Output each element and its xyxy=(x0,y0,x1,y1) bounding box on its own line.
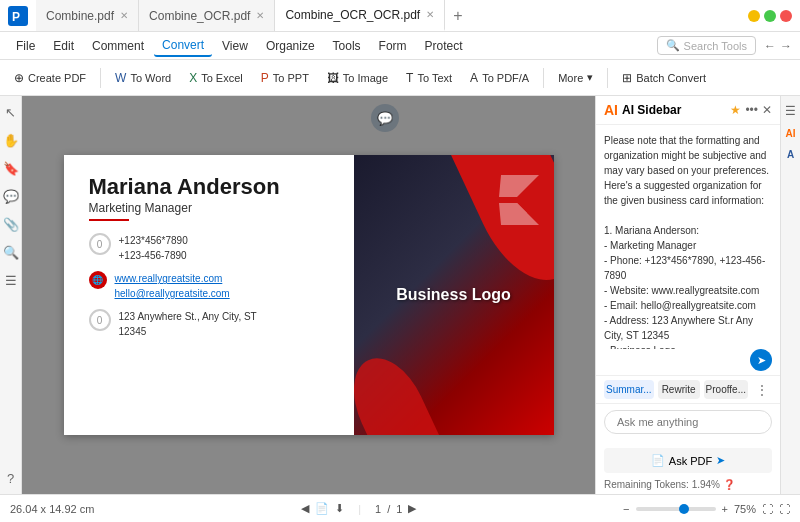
help-icon[interactable]: ❓ xyxy=(723,479,735,490)
to-excel-button[interactable]: X To Excel xyxy=(181,67,251,89)
menu-form[interactable]: Form xyxy=(371,36,415,56)
send-message-button[interactable]: ➤ xyxy=(750,349,772,371)
page-navigation: ◀ 📄 ⬇ | 1 / 1 ▶ xyxy=(102,502,615,515)
menu-protect[interactable]: Protect xyxy=(417,36,471,56)
person-title: Marketing Manager xyxy=(89,201,334,215)
pdfa-icon: A xyxy=(470,71,478,85)
ai-close-icon[interactable]: ✕ xyxy=(762,103,772,117)
sidebar-attachment-icon[interactable]: 📎 xyxy=(3,216,19,232)
menu-organize[interactable]: Organize xyxy=(258,36,323,56)
batch-convert-button[interactable]: ⊞ Batch Convert xyxy=(614,67,714,89)
menu-tools[interactable]: Tools xyxy=(325,36,369,56)
menu-file[interactable]: File xyxy=(8,36,43,56)
right-panel-word-icon[interactable]: A xyxy=(787,149,794,160)
doc-right-content: Business Logo xyxy=(354,155,554,435)
ai-more-icon[interactable]: ••• xyxy=(745,103,758,117)
ai-sidebar: AI AI Sidebar ★ ••• ✕ Please note that t… xyxy=(595,96,780,494)
web-info: www.reallygreatsite.com hello@reallygrea… xyxy=(115,271,230,301)
more-button[interactable]: More ▾ xyxy=(550,67,601,88)
send-arrow-icon: ➤ xyxy=(716,454,725,467)
sidebar-layers-icon[interactable]: ☰ xyxy=(3,272,19,288)
right-panel-ai-icon[interactable]: AI xyxy=(786,128,796,139)
ai-star-icon[interactable]: ★ xyxy=(730,103,741,117)
menu-edit[interactable]: Edit xyxy=(45,36,82,56)
search-tools-input[interactable]: 🔍 Search Tools xyxy=(657,36,756,55)
rewrite-button[interactable]: Rewrite xyxy=(658,380,700,399)
phone1: +123*456*7890 xyxy=(119,233,188,248)
to-ppt-button[interactable]: P To PPT xyxy=(253,67,317,89)
maximize-button[interactable] xyxy=(764,10,776,22)
title-underline xyxy=(89,219,129,221)
create-pdf-button[interactable]: ⊕ Create PDF xyxy=(6,67,94,89)
total-pages: 1 xyxy=(396,503,402,515)
zoom-slider[interactable] xyxy=(636,507,716,511)
remaining-tokens: Remaining Tokens: 1.94% ❓ xyxy=(596,477,780,494)
create-pdf-icon: ⊕ xyxy=(14,71,24,85)
close-tab-icon[interactable]: ✕ xyxy=(426,9,434,20)
add-tab-button[interactable]: + xyxy=(445,0,470,31)
close-button[interactable] xyxy=(780,10,792,22)
prev-page-icon[interactable]: ◀ xyxy=(301,502,309,515)
zoom-handle xyxy=(679,504,689,514)
fullscreen-icon[interactable]: ⛶ xyxy=(779,503,790,515)
ai-ask-input[interactable] xyxy=(604,410,772,434)
phone-row: 0 +123*456*7890 +123-456-7890 xyxy=(89,233,334,263)
menu-convert[interactable]: Convert xyxy=(154,35,212,57)
chevron-down-icon: ▾ xyxy=(587,71,593,84)
back-icon[interactable]: ← xyxy=(764,39,776,53)
image-icon: 🖼 xyxy=(327,71,339,85)
forward-icon[interactable]: → xyxy=(780,39,792,53)
ai-logo-icon: AI xyxy=(604,102,618,118)
title-bar: P Combine.pdf ✕ Combine_OCR.pdf ✕ Combin… xyxy=(0,0,800,32)
ai-sidebar-header: AI AI Sidebar ★ ••• ✕ xyxy=(596,96,780,125)
next-page-icon[interactable]: ▶ xyxy=(408,502,416,515)
main-layout: ↖ ✋ 🔖 💬 📎 🔍 ☰ ? 💬 Mariana Anderson Marke… xyxy=(0,96,800,494)
business-logo-text: Business Logo xyxy=(396,286,511,304)
menu-view[interactable]: View xyxy=(214,36,256,56)
ask-pdf-button[interactable]: 📄 Ask PDF ➤ xyxy=(604,448,772,473)
sidebar-bookmark-icon[interactable]: 🔖 xyxy=(3,160,19,176)
menu-comment[interactable]: Comment xyxy=(84,36,152,56)
toolbar: ⊕ Create PDF W To Word X To Excel P To P… xyxy=(0,60,800,96)
address-info: 123 Anywhere St., Any City, ST 12345 xyxy=(119,309,257,339)
ai-header-actions: ★ ••• ✕ xyxy=(730,103,772,117)
close-tab-icon[interactable]: ✕ xyxy=(256,10,264,21)
sidebar-comment-icon[interactable]: 💬 xyxy=(3,188,19,204)
tab-combine-ocr-ocr-pdf[interactable]: Combine_OCR_OCR.pdf ✕ xyxy=(275,0,445,31)
sidebar-help-icon[interactable]: ? xyxy=(3,470,19,486)
sidebar-cursor-icon[interactable]: ↖ xyxy=(3,104,19,120)
right-panel-icon-1[interactable]: ☰ xyxy=(785,104,796,118)
to-text-button[interactable]: T To Text xyxy=(398,67,460,89)
to-image-button[interactable]: 🖼 To Image xyxy=(319,67,396,89)
web-row: 🌐 www.reallygreatsite.com hello@reallygr… xyxy=(89,271,334,301)
app-logo: P xyxy=(8,6,28,26)
minimize-button[interactable] xyxy=(748,10,760,22)
ai-chat-bubble-icon[interactable]: 💬 xyxy=(371,104,399,132)
ai-action-buttons: Summar... Rewrite Prooffe... ⋮ xyxy=(596,375,780,403)
address: 123 Anywhere St., Any City, ST xyxy=(119,309,257,324)
more-actions-icon[interactable]: ⋮ xyxy=(752,383,772,397)
proofread-button[interactable]: Prooffe... xyxy=(704,380,748,399)
tab-combine-ocr-pdf[interactable]: Combine_OCR.pdf ✕ xyxy=(139,0,275,31)
tab-combine-pdf[interactable]: Combine.pdf ✕ xyxy=(36,0,139,31)
excel-icon: X xyxy=(189,71,197,85)
email: hello@reallygreatsite.com xyxy=(115,286,230,301)
to-pdfa-button[interactable]: A To PDF/A xyxy=(462,67,537,89)
phone-icon-circle: 0 xyxy=(89,233,111,255)
document-area: 💬 Mariana Anderson Marketing Manager 0 +… xyxy=(22,96,595,494)
zip: 12345 xyxy=(119,324,257,339)
zoom-out-icon[interactable]: − xyxy=(623,503,629,515)
ai-input-area xyxy=(596,403,780,440)
document-page: Mariana Anderson Marketing Manager 0 +12… xyxy=(64,155,554,435)
fit-page-icon[interactable]: ⛶ xyxy=(762,503,773,515)
extract-icon[interactable]: ⬇ xyxy=(335,502,344,515)
zoom-in-icon[interactable]: + xyxy=(722,503,728,515)
ai-sidebar-title: AI Sidebar xyxy=(622,103,726,117)
close-tab-icon[interactable]: ✕ xyxy=(120,10,128,21)
to-word-button[interactable]: W To Word xyxy=(107,67,179,89)
doc-left-content: Mariana Anderson Marketing Manager 0 +12… xyxy=(64,155,354,435)
right-panel: ☰ AI A xyxy=(780,96,800,494)
sidebar-search-icon[interactable]: 🔍 xyxy=(3,244,19,260)
sidebar-hand-icon[interactable]: ✋ xyxy=(3,132,19,148)
summarize-button[interactable]: Summar... xyxy=(604,380,654,399)
